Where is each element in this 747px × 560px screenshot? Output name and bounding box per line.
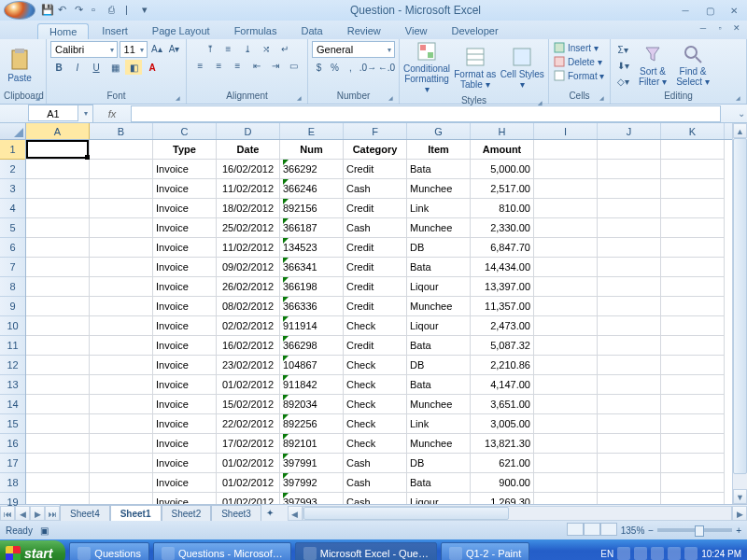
- cell[interactable]: Invoice: [153, 238, 217, 258]
- cell[interactable]: [661, 258, 725, 277]
- cell[interactable]: Invoice: [153, 454, 217, 473]
- cell[interactable]: [661, 473, 725, 493]
- cell[interactable]: Check: [344, 356, 407, 375]
- cell[interactable]: 16/02/2012: [217, 160, 280, 179]
- cell[interactable]: 08/02/2012: [217, 297, 280, 316]
- row-header[interactable]: 1: [0, 140, 25, 160]
- cell[interactable]: [534, 218, 598, 238]
- tab-data[interactable]: Data: [289, 23, 333, 39]
- cell[interactable]: [26, 493, 90, 504]
- clear-icon[interactable]: ◇▾: [614, 74, 631, 89]
- currency-icon[interactable]: $: [312, 60, 326, 75]
- sheet-nav-next[interactable]: ▶: [30, 506, 45, 521]
- cell[interactable]: Cash: [344, 218, 407, 238]
- cell[interactable]: Credit: [344, 238, 407, 258]
- column-header-A[interactable]: A: [26, 123, 90, 139]
- cell[interactable]: Invoice: [153, 493, 217, 504]
- cell[interactable]: DB: [407, 238, 471, 258]
- cell[interactable]: 366198: [280, 277, 344, 297]
- column-header-K[interactable]: K: [661, 123, 725, 139]
- cell[interactable]: Link: [407, 199, 471, 218]
- cell[interactable]: 11/02/2012: [217, 238, 280, 258]
- insert-cells-button[interactable]: Insert ▾: [553, 41, 606, 54]
- cell[interactable]: [90, 179, 153, 199]
- cell[interactable]: [598, 434, 661, 454]
- scroll-right-icon[interactable]: ▶: [732, 506, 747, 521]
- cell[interactable]: [534, 473, 598, 493]
- cell[interactable]: [534, 336, 598, 356]
- cell[interactable]: [90, 356, 153, 375]
- cell[interactable]: DB: [407, 356, 471, 375]
- cell[interactable]: Credit: [344, 258, 407, 277]
- cell[interactable]: [90, 218, 153, 238]
- cell[interactable]: [534, 297, 598, 316]
- scroll-up-icon[interactable]: ▲: [733, 123, 747, 138]
- cell[interactable]: Invoice: [153, 258, 217, 277]
- vertical-scrollbar[interactable]: ▲ ▼: [732, 123, 747, 504]
- cell[interactable]: [534, 238, 598, 258]
- increase-decimal-icon[interactable]: .0→: [359, 60, 376, 75]
- cell[interactable]: [534, 179, 598, 199]
- lang-indicator[interactable]: EN: [600, 549, 613, 559]
- cell[interactable]: [26, 316, 90, 336]
- cell[interactable]: Category: [344, 140, 407, 160]
- cell[interactable]: 02/02/2012: [217, 316, 280, 336]
- mdi-close[interactable]: ✕: [730, 22, 743, 34]
- font-color-icon[interactable]: A: [144, 60, 161, 75]
- cell[interactable]: [534, 356, 598, 375]
- cell[interactable]: 397991: [280, 454, 344, 473]
- format-as-table-button[interactable]: Format as Table ▾: [453, 47, 497, 90]
- row-header[interactable]: 10: [0, 316, 25, 336]
- cell[interactable]: [26, 336, 90, 356]
- clock[interactable]: 10:24 PM: [701, 549, 741, 559]
- fill-icon[interactable]: ⬇▾: [614, 58, 631, 73]
- start-button[interactable]: start: [0, 540, 65, 560]
- column-header-G[interactable]: G: [407, 123, 471, 139]
- cell[interactable]: 366341: [280, 258, 344, 277]
- redo-icon[interactable]: ↷: [75, 4, 88, 17]
- taskbar-item[interactable]: Q1-2 - Paint: [441, 542, 529, 560]
- new-icon[interactable]: ▫: [92, 4, 105, 17]
- align-right-icon[interactable]: ≡: [230, 58, 247, 73]
- bold-icon[interactable]: B: [50, 60, 67, 75]
- tab-insert[interactable]: Insert: [91, 23, 139, 39]
- cell[interactable]: 4,147.00: [471, 375, 534, 395]
- cell[interactable]: [90, 316, 153, 336]
- cell[interactable]: [26, 297, 90, 316]
- cell[interactable]: 01/02/2012: [217, 454, 280, 473]
- cell[interactable]: [90, 238, 153, 258]
- cell[interactable]: [534, 199, 598, 218]
- cell[interactable]: Invoice: [153, 297, 217, 316]
- cell[interactable]: [26, 434, 90, 454]
- cell[interactable]: 1,269.30: [471, 493, 534, 504]
- cell[interactable]: [661, 218, 725, 238]
- cell[interactable]: Liqour: [407, 316, 471, 336]
- sheet-nav-first[interactable]: ⏮: [0, 506, 15, 521]
- cell[interactable]: 15/02/2012: [217, 395, 280, 414]
- merge-icon[interactable]: ▭: [286, 58, 303, 73]
- tab-formulas[interactable]: Formulas: [223, 23, 289, 39]
- cell[interactable]: [26, 414, 90, 434]
- cell[interactable]: [661, 160, 725, 179]
- mdi-restore[interactable]: ▫: [713, 22, 726, 34]
- conditional-formatting-button[interactable]: Conditional Formatting ▾: [403, 41, 450, 94]
- row-header[interactable]: 3: [0, 179, 25, 199]
- zoom-out-icon[interactable]: −: [648, 525, 654, 536]
- cell[interactable]: Check: [344, 375, 407, 395]
- name-box[interactable]: A1: [28, 105, 78, 121]
- cell[interactable]: [26, 140, 90, 160]
- column-header-E[interactable]: E: [280, 123, 344, 139]
- tray-icon[interactable]: [617, 547, 630, 560]
- cells[interactable]: TypeDateNumCategoryItemAmountInvoice16/0…: [26, 140, 732, 504]
- cell[interactable]: [26, 218, 90, 238]
- column-header-H[interactable]: H: [471, 123, 534, 139]
- cell[interactable]: 13,397.00: [471, 277, 534, 297]
- undo-icon[interactable]: ↶: [58, 4, 71, 17]
- zoom-slider[interactable]: [657, 528, 732, 532]
- scroll-left-icon[interactable]: ◀: [288, 506, 303, 521]
- sheet-tab[interactable]: Sheet1: [110, 505, 162, 521]
- decrease-decimal-icon[interactable]: ←.0: [378, 60, 395, 75]
- taskbar-item[interactable]: Microsoft Excel - Que…: [295, 542, 437, 560]
- cell[interactable]: Invoice: [153, 277, 217, 297]
- cell[interactable]: Credit: [344, 297, 407, 316]
